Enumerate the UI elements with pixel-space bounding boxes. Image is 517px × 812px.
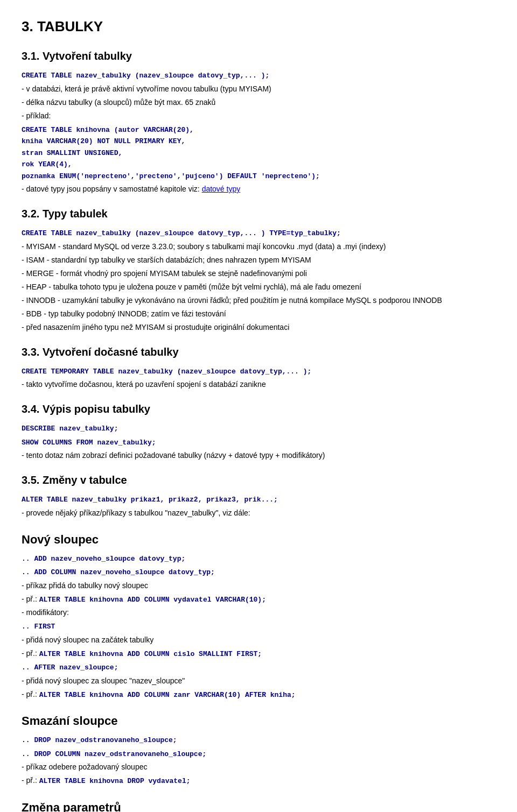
- desc-add-modif: - modifikátory:: [22, 607, 495, 618]
- code-first: .. FIRST: [22, 620, 495, 632]
- desc-1-3: - příklad:: [22, 110, 495, 122]
- code-span-3-4-1: DESCRIBE nazev_tabulky;: [22, 425, 118, 433]
- example-label-first: - př.:: [22, 649, 39, 658]
- code-drop-2: .. DROP COLUMN nazev_odstranovaneho_slou…: [22, 748, 495, 760]
- code-example-add-1: ALTER TABLE knihovna ADD COLUMN vydavate…: [39, 596, 266, 604]
- item-heap: - HEAP - tabulka tohoto typu je uložena …: [22, 281, 495, 293]
- item-merge: - MERGE - formát vhodný pro spojení MYIS…: [22, 268, 495, 279]
- desc-add-1: - příkaz přidá do tabulky nový sloupec: [22, 580, 495, 591]
- code-span-drop-2: .. DROP COLUMN nazev_odstranovaneho_slou…: [22, 750, 206, 758]
- code-span-3-4-2: SHOW COLUMNS FROM nazev_tabulky;: [22, 439, 156, 447]
- desc-1-2: - délka názvu tabulky (a sloupců) může b…: [22, 97, 495, 108]
- desc-after: - přidá nový sloupec za sloupec "nazev_s…: [22, 675, 495, 687]
- sub-section-change: Změna parametrů .. CHANGE nazev_sloupce …: [22, 799, 495, 813]
- code-3-2: CREATE TABLE nazev_tabulky (nazev_sloupc…: [22, 227, 495, 239]
- section-3-1: 3.1. Vytvoření tabulky CREATE TABLE naze…: [22, 48, 495, 195]
- example-first: - př.: ALTER TABLE knihovna ADD COLUMN c…: [22, 648, 495, 660]
- code-span-3-2: CREATE TABLE nazev_tabulky (nazev_sloupc…: [22, 229, 341, 237]
- heading-3-3: 3.3. Vytvoření dočasné tabulky: [22, 344, 495, 360]
- section-3-3: 3.3. Vytvoření dočasné tabulky CREATE TE…: [22, 344, 495, 391]
- desc-drop: - příkaz odebere požadovaný sloupec: [22, 761, 495, 773]
- example-after: - př.: ALTER TABLE knihovna ADD COLUMN z…: [22, 689, 495, 701]
- datove-typy-link[interactable]: datové typy: [202, 185, 241, 193]
- item-innodb: - INNODB - uzamykání tabulky je vykonává…: [22, 295, 495, 306]
- heading-3-5: 3.5. Změny v tabulce: [22, 472, 495, 488]
- heading-drop-column: Smazání sloupce: [22, 712, 495, 730]
- code-block-knihovna: CREATE TABLE knihovna (autor VARCHAR(20)…: [22, 124, 495, 182]
- code-3-5: ALTER TABLE nazev_tabulky prikaz1, prika…: [22, 493, 495, 505]
- code-example-drop: ALTER TABLE knihovna DROP vydavatel;: [39, 777, 191, 785]
- code-after: .. AFTER nazev_sloupce;: [22, 661, 495, 673]
- section-3-5: 3.5. Změny v tabulce ALTER TABLE nazev_t…: [22, 472, 495, 812]
- heading-change: Změna parametrů: [22, 799, 495, 813]
- desc-3-5: - provede nějaký příkaz/příkazy s tabulk…: [22, 507, 495, 519]
- item-isam: - ISAM - standardní typ tabulky ve starš…: [22, 255, 495, 266]
- example-label-1: - př.:: [22, 595, 39, 603]
- item-myisam: - MYISAM - standard MySQL od verze 3.23.…: [22, 241, 495, 252]
- code-span-3-3: CREATE TEMPORARY TABLE nazev_tabulky (na…: [22, 368, 311, 376]
- code-span-first: .. FIRST: [22, 623, 55, 631]
- main-title: 3. TABULKY: [22, 16, 495, 37]
- code-span-add-2: .. ADD COLUMN nazev_noveho_sloupce datov…: [22, 568, 215, 576]
- code-span-add-1: .. ADD nazev_noveho_sloupce datovy_typ;: [22, 555, 185, 563]
- code-example-first: ALTER TABLE knihovna ADD COLUMN cislo SM…: [39, 650, 262, 658]
- desc-first: - přidá nový sloupec na začátek tabulky: [22, 634, 495, 646]
- code-example-after: ALTER TABLE knihovna ADD COLUMN zanr VAR…: [39, 691, 296, 699]
- code-3-3: CREATE TEMPORARY TABLE nazev_tabulky (na…: [22, 365, 495, 377]
- desc-3-3: - takto vytvoříme dočasnou, která po uza…: [22, 379, 495, 390]
- item-bdb: - BDB - typ tabulky podobný INNODB; zatí…: [22, 308, 495, 320]
- code-span-drop-1: .. DROP nazev_odstranovaneho_sloupce;: [22, 736, 177, 744]
- example-label-drop: - př.:: [22, 776, 39, 785]
- code-create-table: CREATE TABLE nazev_tabulky (nazev_sloupc…: [22, 69, 495, 81]
- code-span-3-5: ALTER TABLE nazev_tabulky prikaz1, prika…: [22, 496, 278, 504]
- code-span-after: .. AFTER nazev_sloupce;: [22, 663, 118, 672]
- example-drop: - př.: ALTER TABLE knihovna DROP vydavat…: [22, 775, 495, 787]
- code-3-4-2: SHOW COLUMNS FROM nazev_tabulky;: [22, 436, 495, 448]
- desc-1-4: - datové typy jsou popsány v samostatné …: [22, 183, 495, 195]
- sub-section-new-column: Nový sloupec .. ADD nazev_noveho_sloupce…: [22, 531, 495, 701]
- example-label-after: - př.:: [22, 690, 39, 698]
- desc-1-4-text: - datové typy jsou popsány v samostatné …: [22, 185, 200, 193]
- code-3-4-1: DESCRIBE nazev_tabulky;: [22, 422, 495, 434]
- section-3-2: 3.2. Typy tabulek CREATE TABLE nazev_tab…: [22, 206, 495, 333]
- code-drop-1: .. DROP nazev_odstranovaneho_sloupce;: [22, 734, 495, 746]
- section-3-4: 3.4. Výpis popisu tabulky DESCRIBE nazev…: [22, 401, 495, 461]
- code-add-1: .. ADD nazev_noveho_sloupce datovy_typ;: [22, 553, 495, 564]
- item-note: - před nasazením jiného typu než MYISAM …: [22, 322, 495, 333]
- code-span-knihovna: CREATE TABLE knihovna (autor VARCHAR(20)…: [22, 126, 320, 180]
- example-add-1: - př.: ALTER TABLE knihovna ADD COLUMN v…: [22, 594, 495, 605]
- desc-3-4: - tento dotaz nám zobrazí definici požad…: [22, 450, 495, 461]
- heading-3-2: 3.2. Typy tabulek: [22, 206, 495, 222]
- heading-new-column: Nový sloupec: [22, 531, 495, 548]
- code-add-2: .. ADD COLUMN nazev_noveho_sloupce datov…: [22, 566, 495, 578]
- heading-3-1: 3.1. Vytvoření tabulky: [22, 48, 495, 64]
- heading-3-4: 3.4. Výpis popisu tabulky: [22, 401, 495, 417]
- sub-section-drop-column: Smazání sloupce .. DROP nazev_odstranova…: [22, 712, 495, 787]
- desc-1-1: - v databázi, která je právě aktivní vyt…: [22, 83, 495, 95]
- code-span-create-table: CREATE TABLE nazev_tabulky (nazev_sloupc…: [22, 72, 269, 80]
